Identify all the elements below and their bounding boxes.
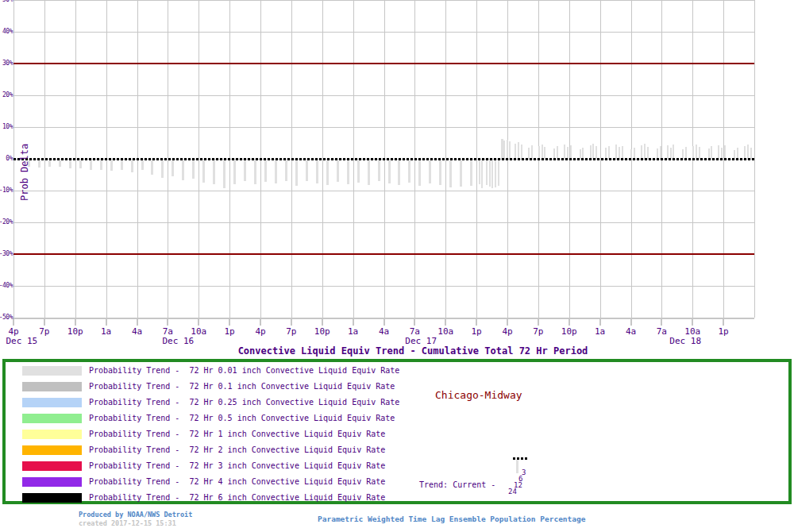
trend-bar [592,144,594,159]
trend-bar [498,160,499,186]
x-axis-tick [445,318,446,326]
x-axis-tick [723,318,724,326]
trend-bar [644,144,646,159]
legend-row: Probability Trend - 72 Hr 0.25 inch Conv… [22,397,399,408]
trend-bar [605,148,607,159]
trend-bar [696,145,697,159]
legend-label: Probability Trend - 72 Hr 0.25 inch Conv… [89,397,399,408]
trend-bar [647,147,649,159]
trend-bar [744,146,746,159]
x-axis-tick [476,318,477,326]
y-tick-label: 30% [0,60,13,67]
y-tick-label: -10% [0,187,13,195]
x-axis-tick [75,318,76,326]
x-tick-label: 4a [626,326,636,337]
x-axis-tick [538,318,539,326]
trend-bar [69,160,71,168]
x-axis-tick [569,318,570,326]
trend-bar [486,160,488,185]
x-axis-tick [661,318,662,326]
trend-bar [368,160,370,185]
y-tick-label: -30% [0,250,13,258]
trend-bar [489,160,491,187]
trend-bar [285,160,287,181]
trend-bar [151,160,153,175]
trend-bar [542,145,543,159]
trend-bar [538,146,540,159]
legend-swatch [22,382,82,391]
x-axis-tick [353,318,354,326]
x-tick-label: 1a [348,326,358,337]
gridline-horizontal [13,32,754,33]
legend-row: Probability Trend - 72 Hr 2 inch Convect… [22,445,385,456]
trend-bar [567,147,569,159]
threshold-reference-line [13,253,754,255]
x-axis-tick [692,318,693,326]
x-axis-tick [630,318,632,326]
trend-bar [692,146,694,159]
trend-current-label: Trend: Current - [419,480,495,489]
legend-row: Probability Trend - 72 Hr 0.5 inch Conve… [22,413,395,424]
trend-bar [460,160,462,187]
trend-bar [737,148,738,159]
trend-bar [439,160,441,185]
x-tick-label: 7p [533,326,543,337]
trend-bar [141,160,144,170]
trend-bar [657,148,658,159]
y-tick-label: 0% [0,155,13,163]
gridline-vertical [754,0,755,318]
x-axis-tick [137,318,138,326]
trend-bar [721,148,723,159]
chart-title: Convective Liquid Equiv Trend - Cumulati… [16,345,794,357]
y-tick-label: -20% [0,218,13,226]
x-tick-label: 1p [719,326,729,337]
x-tick-label: 1a [595,326,605,337]
trend-bar [481,160,483,188]
trend-bar [306,160,308,181]
x-tick-label: 4p [255,326,265,337]
trend-bar [596,146,597,159]
trend-bar [161,160,164,178]
produced-by-text: Produced by NOAA/NWS Detroit [79,511,192,519]
x-axis-tick [507,318,508,326]
x-tick-label: 4a [379,326,389,337]
trend-bar [429,160,431,183]
threshold-reference-line [13,63,754,64]
legend-label: Probability Trend - 72 Hr 3 inch Convect… [89,461,385,472]
trend-sample-bar [516,460,518,473]
trend-bar [378,160,380,181]
legend-row: Probability Trend - 72 Hr 1 inch Convect… [22,429,385,440]
trend-bar [619,147,620,159]
y-tick-label: 10% [0,123,13,131]
trend-bar [388,160,391,183]
x-tick-label: 7p [39,326,49,337]
legend-label: Probability Trend - 72 Hr 1 inch Convect… [89,429,385,440]
trend-bar [747,145,749,159]
trend-bar [615,145,617,159]
trend-bar [724,145,726,159]
legend-swatch [22,445,82,455]
x-tick-label: 10a [437,326,453,337]
legend-row: Probability Trend - 72 Hr 0.01 inch Conv… [22,365,399,376]
legend-swatch [22,414,82,423]
trend-bar [100,160,102,170]
plot-area: 50%40%30%20%10%0%-10%-20%-30%-40%-50%4p7… [0,0,794,357]
trend-bar [172,160,174,176]
trend-bar [233,160,236,184]
trend-bar [131,160,133,172]
trend-bar [202,160,205,183]
x-tick-label: 10p [561,326,577,337]
legend-swatch [22,398,82,407]
y-tick-label: 40% [0,28,13,36]
trend-bar [192,160,195,179]
trend-bar [750,148,752,159]
trend-bar [544,147,545,159]
station-name: Chicago-Midway [435,389,522,401]
trend-bar [79,160,82,168]
trend-bar [608,146,610,159]
weather-trend-page: 50%40%30%20%10%0%-10%-20%-30%-40%-50%4p7… [0,0,794,532]
y-tick-label: 50% [0,0,13,4]
trend-bar [509,141,511,159]
trend-bar [408,160,410,183]
x-axis-tick [106,318,107,326]
